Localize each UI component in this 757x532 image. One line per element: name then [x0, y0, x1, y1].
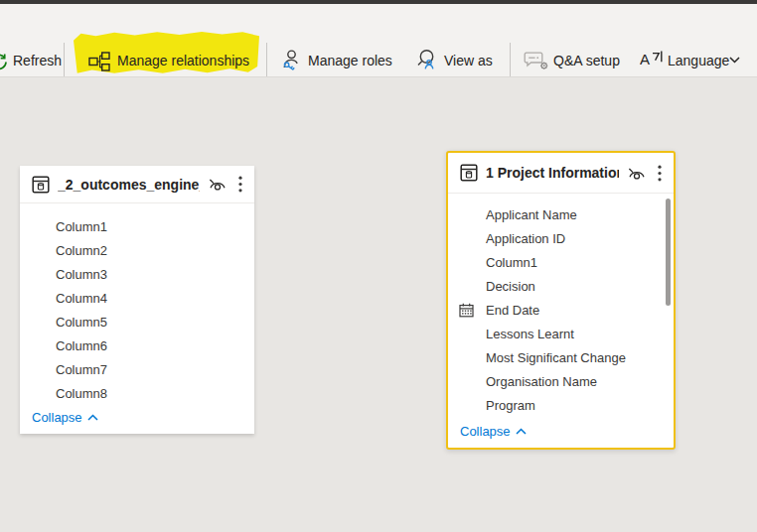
- field-label: End Date: [486, 303, 539, 318]
- collapse-link[interactable]: Collapse: [32, 410, 98, 425]
- field-label: Applicant Name: [486, 207, 577, 222]
- powerbi-model-view: { "toolbar": { "refresh": { "label": "Re…: [0, 0, 757, 532]
- toolbar-divider: [64, 43, 65, 76]
- toolbar-divider: [266, 43, 267, 76]
- manage-relationships-icon: [88, 52, 110, 71]
- field-label: Column1: [56, 219, 107, 234]
- chevron-down-icon[interactable]: [729, 57, 740, 64]
- collapse-link[interactable]: Collapse: [460, 424, 527, 439]
- field-row[interactable]: Column1: [20, 215, 254, 239]
- field-label: Most Significant Change: [486, 350, 626, 365]
- field-row[interactable]: Applicant Name: [448, 203, 674, 227]
- field-label: Lessons Learnt: [486, 327, 574, 341]
- field-label: Decision: [486, 279, 535, 294]
- qa-setup-button[interactable]: Q&A setup: [553, 51, 620, 70]
- chevron-up-icon: [87, 414, 98, 421]
- view-as-icon: [416, 49, 438, 71]
- field-label: Column4: [56, 291, 107, 306]
- field-row[interactable]: Program: [448, 394, 674, 418]
- refresh-button[interactable]: Refresh: [13, 51, 62, 70]
- field-label: Column2: [56, 243, 107, 258]
- table-card-header: 1 Project Information: [448, 153, 674, 194]
- view-as-button[interactable]: View as: [444, 51, 493, 70]
- field-row[interactable]: Lessons Learnt: [448, 323, 674, 346]
- visibility-eye-icon[interactable]: [208, 177, 227, 192]
- field-row[interactable]: Column3: [20, 263, 254, 287]
- field-label: Column7: [56, 362, 107, 377]
- toolbar-divider: [510, 43, 511, 76]
- language-button[interactable]: Language: [668, 51, 729, 70]
- field-label: Application ID: [486, 231, 565, 246]
- table-card-outcomes-engine[interactable]: _2_outcomes_engine_... Column1 Column2 C…: [20, 166, 254, 434]
- table-title: _2_outcomes_engine_...: [58, 177, 200, 193]
- field-row[interactable]: Column6: [20, 334, 254, 358]
- qa-setup-icon: [524, 52, 548, 70]
- table-card-header: _2_outcomes_engine_...: [20, 166, 254, 203]
- field-list: Column1 Column2 Column3 Column4 Column5 …: [20, 203, 254, 406]
- field-label: Column6: [56, 338, 107, 353]
- table-icon: [32, 176, 50, 194]
- field-row[interactable]: Column5: [20, 311, 254, 334]
- language-icon: A: [640, 49, 664, 70]
- field-row[interactable]: End Date: [448, 299, 674, 323]
- manage-roles-button[interactable]: Manage roles: [308, 51, 392, 70]
- more-options-kebab-icon[interactable]: [238, 176, 242, 193]
- table-card-project-information[interactable]: 1 Project Information Applicant Name App…: [446, 151, 676, 450]
- more-options-kebab-icon[interactable]: [658, 165, 662, 182]
- refresh-icon: [0, 52, 9, 71]
- field-row[interactable]: Column7: [20, 358, 254, 382]
- field-label: Program: [486, 398, 535, 413]
- visibility-eye-icon[interactable]: [627, 166, 647, 181]
- manage-relationships-button[interactable]: Manage relationships: [117, 51, 249, 70]
- field-label: Column1: [486, 255, 537, 270]
- toolbar: Refresh Manage relationships Manage role…: [0, 4, 757, 77]
- table-icon: [460, 164, 478, 182]
- collapse-label: Collapse: [32, 410, 82, 425]
- field-list: Applicant Name Application ID Column1 De…: [448, 194, 674, 418]
- field-row[interactable]: Decision: [448, 275, 674, 299]
- field-row[interactable]: Column2: [20, 239, 254, 263]
- field-label: Organisation Name: [486, 374, 597, 389]
- field-row[interactable]: Column4: [20, 287, 254, 311]
- manage-roles-icon: [280, 49, 302, 71]
- field-row[interactable]: Organisation Name: [448, 370, 674, 394]
- field-row[interactable]: Application ID: [448, 227, 674, 251]
- field-label: Column8: [56, 386, 107, 401]
- collapse-label: Collapse: [460, 424, 511, 439]
- chevron-up-icon: [516, 428, 527, 435]
- svg-text:A: A: [640, 51, 650, 67]
- field-row[interactable]: Column1: [448, 251, 674, 275]
- field-label: Column3: [56, 267, 107, 282]
- scrollbar-thumb[interactable]: [666, 199, 671, 306]
- field-row[interactable]: Most Significant Change: [448, 346, 674, 370]
- field-row[interactable]: Column8: [20, 382, 254, 406]
- calendar-icon: [459, 303, 474, 318]
- field-label: Column5: [56, 315, 107, 330]
- table-title: 1 Project Information: [486, 165, 619, 181]
